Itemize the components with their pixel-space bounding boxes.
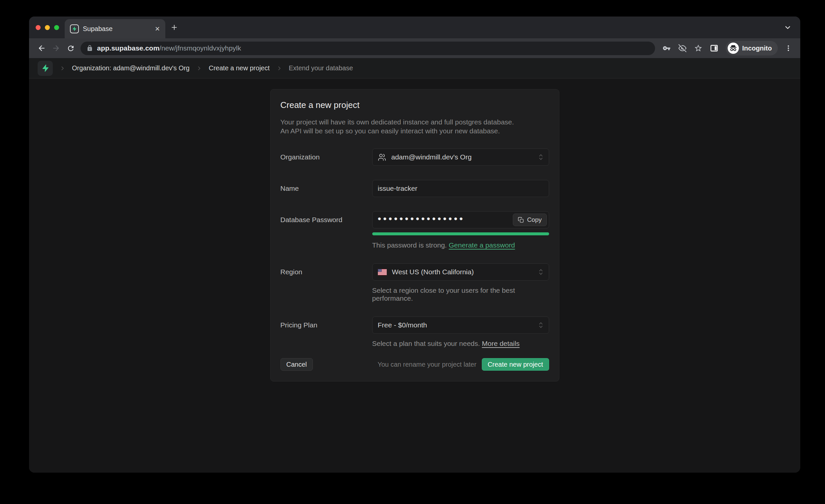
tab-close-icon[interactable]: ✕ bbox=[155, 26, 160, 32]
generate-password-link[interactable]: Generate a password bbox=[449, 241, 515, 249]
supabase-logo-icon[interactable] bbox=[38, 61, 53, 76]
pricing-value: Free - $0/month bbox=[378, 321, 427, 329]
description-line-1: Your project will have its own dedicated… bbox=[281, 118, 549, 126]
region-block: West US (North California) Select a regi… bbox=[372, 264, 549, 302]
password-label: Database Password bbox=[281, 211, 372, 249]
chevron-right-icon bbox=[196, 65, 202, 71]
password-input-wrap: •••••••••••••••• Copy bbox=[372, 211, 549, 228]
name-label: Name bbox=[281, 180, 372, 197]
window-controls bbox=[35, 16, 59, 38]
pricing-field-row: Pricing Plan Free - $0/month Select a pl… bbox=[271, 316, 559, 348]
organization-value: adam@windmill.dev's Org bbox=[391, 153, 472, 161]
breadcrumb-create-project[interactable]: Create a new project bbox=[209, 64, 270, 72]
users-icon bbox=[378, 153, 386, 161]
us-flag-icon bbox=[378, 269, 387, 275]
url-path: /new/jfnsmqoynldvxjyhpylk bbox=[159, 44, 241, 52]
copy-icon bbox=[518, 217, 524, 223]
breadcrumb-bar: Organization: adam@windmill.dev's Org Cr… bbox=[29, 58, 800, 79]
pricing-helper-text: Select a plan that suits your needs. bbox=[372, 340, 480, 347]
password-strength-bar bbox=[372, 232, 549, 235]
eye-off-icon[interactable] bbox=[676, 41, 689, 55]
region-select[interactable]: West US (North California) bbox=[372, 264, 549, 281]
password-helper: This password is strong. Generate a pass… bbox=[372, 241, 549, 249]
page-title: Create a new project bbox=[281, 100, 549, 110]
create-project-card: Create a new project Your project will h… bbox=[270, 89, 559, 381]
bookmark-star-icon[interactable] bbox=[691, 41, 705, 55]
reload-button[interactable] bbox=[63, 41, 78, 56]
forward-button[interactable] bbox=[49, 41, 63, 56]
tab-strip: Supabase ✕ bbox=[29, 16, 800, 38]
chevron-right-icon bbox=[276, 65, 282, 71]
chevron-updown-icon bbox=[538, 268, 543, 276]
chevron-right-icon bbox=[59, 65, 65, 71]
address-bar[interactable]: app.supabase.com/new/jfnsmqoynldvxjyhpyl… bbox=[80, 42, 655, 55]
side-panel-icon[interactable] bbox=[707, 41, 721, 55]
minimize-window-button[interactable] bbox=[45, 25, 50, 30]
password-field-row: Database Password •••••••••••••••• bbox=[271, 211, 559, 249]
region-field-row: Region West US (North California) bbox=[271, 264, 559, 302]
rename-note: You can rename your project later bbox=[378, 361, 476, 368]
password-masked-value: •••••••••••••••• bbox=[378, 214, 465, 224]
footer-right: You can rename your project later Create… bbox=[378, 358, 549, 371]
name-input[interactable] bbox=[372, 180, 549, 197]
url-domain: app.supabase.com bbox=[97, 44, 159, 52]
page-content: Create a new project Your project will h… bbox=[29, 79, 800, 473]
desktop: Supabase ✕ bbox=[0, 0, 825, 504]
card-description: Your project will have its own dedicated… bbox=[281, 118, 549, 135]
card-header: Create a new project Your project will h… bbox=[271, 89, 559, 135]
tab-search-chevron-icon[interactable] bbox=[784, 16, 792, 38]
pricing-label: Pricing Plan bbox=[281, 316, 372, 348]
organization-select[interactable]: adam@windmill.dev's Org bbox=[372, 149, 549, 166]
breadcrumb-extend-database: Extend your database bbox=[289, 64, 353, 72]
region-label: Region bbox=[281, 264, 372, 302]
browser-tab[interactable]: Supabase ✕ bbox=[65, 19, 165, 38]
pricing-helper: Select a plan that suits your needs. Mor… bbox=[372, 340, 549, 348]
browser-window: Supabase ✕ bbox=[29, 16, 800, 473]
supabase-favicon-icon bbox=[70, 24, 79, 33]
pricing-block: Free - $0/month Select a plan that suits… bbox=[372, 316, 549, 348]
incognito-label: Incognito bbox=[742, 45, 772, 52]
description-line-2: An API will be set up so you can easily … bbox=[281, 126, 549, 135]
new-tab-button[interactable] bbox=[170, 16, 178, 38]
tab-title: Supabase bbox=[83, 25, 155, 33]
copy-button-label: Copy bbox=[527, 216, 541, 223]
region-value: West US (North California) bbox=[392, 268, 474, 276]
back-button[interactable] bbox=[34, 41, 49, 56]
organization-label: Organization bbox=[281, 149, 372, 166]
key-icon[interactable] bbox=[660, 41, 674, 55]
password-strength-text: This password is strong. bbox=[372, 241, 447, 249]
more-details-link[interactable]: More details bbox=[482, 340, 519, 347]
password-block: •••••••••••••••• Copy bbox=[372, 211, 549, 249]
browser-toolbar: app.supabase.com/new/jfnsmqoynldvxjyhpyl… bbox=[29, 38, 800, 58]
browser-menu-button[interactable] bbox=[782, 41, 795, 55]
region-helper: Select a region close to your users for … bbox=[372, 286, 549, 302]
cancel-button[interactable]: Cancel bbox=[281, 358, 313, 371]
incognito-badge[interactable]: Incognito bbox=[726, 41, 778, 56]
maximize-window-button[interactable] bbox=[54, 25, 59, 30]
organization-field-row: Organization adam@windmill.dev's Org bbox=[271, 149, 559, 166]
copy-password-button[interactable]: Copy bbox=[513, 214, 546, 226]
chevron-updown-icon bbox=[538, 153, 543, 161]
card-footer: Cancel You can rename your project later… bbox=[271, 355, 559, 380]
card-body: Organization adam@windmill.dev's Org bbox=[271, 149, 559, 380]
chevron-updown-icon bbox=[538, 321, 543, 330]
name-field-row: Name bbox=[271, 180, 559, 197]
lock-icon bbox=[86, 45, 93, 52]
breadcrumb-organization[interactable]: Organization: adam@windmill.dev's Org bbox=[72, 64, 190, 72]
create-new-project-button[interactable]: Create new project bbox=[482, 358, 549, 371]
pricing-select[interactable]: Free - $0/month bbox=[372, 316, 549, 334]
close-window-button[interactable] bbox=[35, 25, 41, 30]
incognito-spy-icon bbox=[728, 43, 739, 54]
toolbar-right-icons: Incognito bbox=[660, 41, 795, 56]
